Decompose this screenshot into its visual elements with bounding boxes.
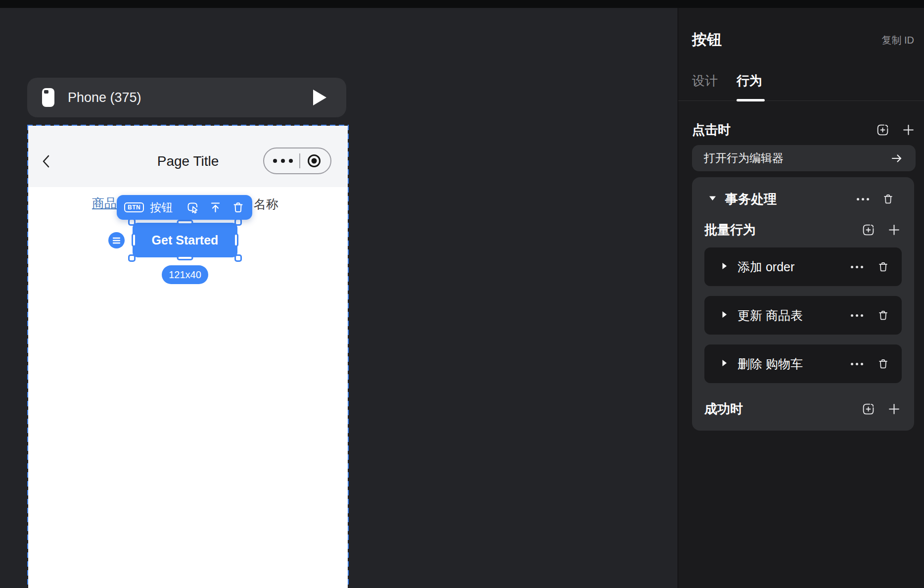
miniapp-capsule	[263, 147, 331, 174]
group-label: 事务处理	[725, 191, 777, 208]
action-label: 删除 购物车	[738, 356, 803, 372]
selected-button-component[interactable]: Get Started	[133, 223, 237, 257]
resize-handle-bottom[interactable]	[177, 255, 193, 260]
batch-label: 批量行为	[704, 221, 756, 239]
on-click-label: 点击时	[692, 121, 731, 139]
resize-handle-left[interactable]	[132, 233, 137, 247]
component-type-badge: BTN	[124, 202, 144, 212]
panel-tabs: 设计 行为	[692, 72, 762, 90]
behavior-group-header[interactable]: 事务处理	[704, 189, 902, 209]
phone-canvas[interactable]: Page Title 商品 名称 BTN 按钮	[28, 126, 348, 588]
capsule-divider	[299, 153, 300, 168]
record-close-icon[interactable]	[307, 153, 322, 168]
action-row-delete-cart[interactable]: 删除 购物车	[704, 344, 902, 383]
delete-action-icon[interactable]	[877, 260, 890, 274]
more-options-icon[interactable]	[850, 309, 864, 322]
tabs-divider	[678, 100, 924, 101]
device-bar[interactable]: Phone (375)	[27, 78, 346, 117]
more-options-icon[interactable]	[856, 193, 870, 206]
on-success-label: 成功时	[704, 400, 743, 418]
more-menu-icon[interactable]	[273, 159, 293, 163]
editor-canvas-area: Phone (375) Page Title 商品 名称	[0, 8, 678, 588]
select-parent-icon[interactable]	[186, 201, 199, 214]
delete-action-icon[interactable]	[877, 357, 890, 371]
more-options-icon[interactable]	[850, 260, 864, 274]
resize-handle-top[interactable]	[177, 220, 193, 225]
caret-down-icon[interactable]	[708, 195, 717, 203]
selection-border-right	[348, 125, 349, 588]
add-success-action-icon[interactable]	[887, 402, 901, 416]
active-tab-underline	[737, 99, 765, 101]
add-action-icon[interactable]	[902, 123, 915, 137]
phone-status-header: Page Title	[28, 126, 348, 187]
section-on-click: 点击时	[692, 120, 915, 140]
panel-title: 按钮	[692, 30, 722, 50]
button-label: Get Started	[152, 233, 219, 247]
batch-behavior-row: 批量行为	[704, 220, 902, 240]
delete-action-icon[interactable]	[877, 309, 890, 322]
copy-id-button[interactable]: 复制 ID	[881, 34, 914, 47]
resize-handle-right[interactable]	[233, 233, 238, 247]
size-badge: 121x40	[162, 265, 208, 284]
open-behavior-editor-button[interactable]: 打开行为编辑器	[692, 145, 916, 171]
device-label: Phone (375)	[68, 90, 141, 105]
phone-icon	[42, 88, 54, 107]
tab-design[interactable]: 设计	[692, 72, 718, 90]
action-label: 更新 商品表	[738, 307, 803, 324]
delete-component-icon[interactable]	[231, 201, 245, 214]
properties-panel: 按钮 复制 ID 设计 行为 点击时 打开行为编辑器	[678, 8, 924, 588]
canvas-text-product[interactable]: 商品	[92, 195, 117, 211]
component-type-label: 按钮	[150, 200, 173, 215]
delete-group-icon[interactable]	[881, 193, 895, 206]
tab-behavior[interactable]: 行为	[737, 72, 762, 90]
section-on-success: 成功时	[704, 399, 902, 419]
action-row-add-order[interactable]: 添加 order	[704, 247, 902, 286]
paste-batch-icon[interactable]	[862, 223, 875, 237]
action-label: 添加 order	[738, 259, 794, 275]
arrow-right-icon	[890, 151, 904, 165]
move-up-layer-icon[interactable]	[209, 201, 222, 214]
caret-right-icon[interactable]	[721, 359, 728, 369]
paste-action-icon[interactable]	[876, 123, 889, 137]
paste-success-action-icon[interactable]	[862, 402, 875, 416]
caret-right-icon[interactable]	[721, 262, 728, 272]
caret-right-icon[interactable]	[721, 310, 728, 321]
drag-handle-icon[interactable]	[108, 232, 125, 248]
selection-toolbar: BTN 按钮	[117, 195, 252, 220]
canvas-text-name[interactable]: 名称	[254, 196, 278, 212]
play-icon[interactable]	[313, 90, 326, 105]
resize-handle-bottom-left[interactable]	[128, 254, 136, 262]
add-batch-icon[interactable]	[887, 223, 901, 237]
action-row-update-products[interactable]: 更新 商品表	[704, 296, 902, 335]
size-badge-text: 121x40	[169, 269, 201, 281]
more-options-icon[interactable]	[850, 357, 864, 371]
open-behavior-editor-label: 打开行为编辑器	[704, 150, 784, 166]
behavior-group-card: 事务处理 批量行为	[692, 177, 914, 431]
window-top-strip	[0, 0, 924, 8]
resize-handle-bottom-right[interactable]	[234, 254, 242, 262]
